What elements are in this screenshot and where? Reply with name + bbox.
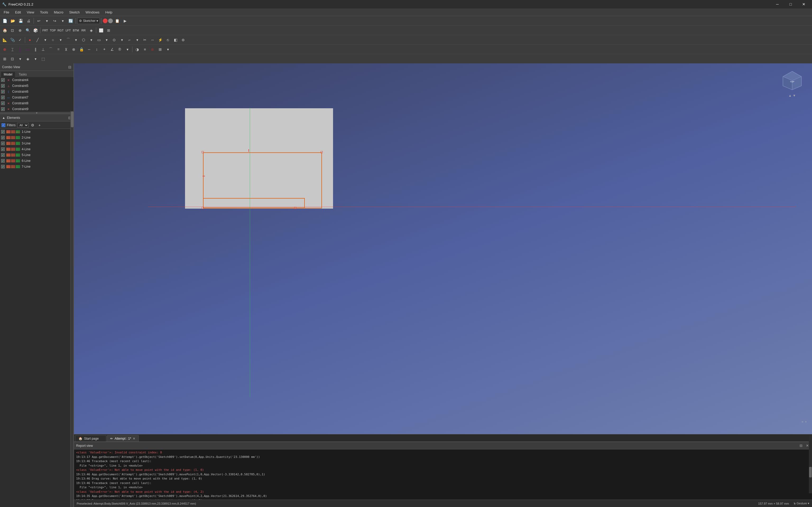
view-fit-sel[interactable]: ⊕ (16, 27, 24, 34)
draw-line[interactable]: ╱ (34, 36, 41, 44)
toggle-active[interactable]: ≡ (141, 46, 149, 53)
con-horizontal[interactable]: — (24, 46, 32, 53)
draw-circle-dd[interactable]: ▾ (57, 36, 64, 44)
sketch-new[interactable]: 📐 (1, 36, 8, 44)
el6-check[interactable]: ✓ (1, 159, 5, 163)
draw-proj[interactable]: ◧ (172, 36, 179, 44)
menu-sketch[interactable]: Sketch (67, 9, 83, 15)
render-mode[interactable]: ◈ (24, 55, 32, 63)
draw-point[interactable]: ● (26, 36, 34, 44)
draw-fillet-dd[interactable]: ▾ (134, 36, 141, 44)
stop-button[interactable] (108, 18, 113, 23)
render-dd[interactable]: ▾ (32, 55, 39, 63)
open-button[interactable]: 📂 (9, 17, 16, 24)
constraint6-check[interactable]: ✓ (1, 90, 5, 94)
view-right[interactable]: RGT (57, 27, 64, 34)
draw-ellipse-dd[interactable]: ▾ (118, 36, 125, 44)
view-left[interactable]: LFT (64, 27, 72, 34)
macro-button[interactable]: 📋 (113, 17, 121, 24)
nav-up[interactable]: ▲ (789, 94, 792, 98)
view-top[interactable]: TOP (49, 27, 57, 34)
minimize-button[interactable]: ─ (771, 0, 783, 8)
scrollbar-thumb[interactable] (71, 111, 73, 127)
menu-tools[interactable]: Tools (37, 9, 50, 15)
con-coincident[interactable]: ⊕ (1, 46, 8, 53)
redo-button[interactable]: ↪ (51, 17, 58, 24)
grid-toggle[interactable]: ⊞ (1, 55, 8, 63)
constraint8-check[interactable]: ✓ (1, 101, 5, 105)
draw-arc-dd[interactable]: ▾ (72, 36, 80, 44)
constraint7-check[interactable]: ✓ (1, 96, 5, 99)
view-isometric[interactable]: ◈ (88, 27, 95, 34)
report-scrollbar[interactable] (809, 442, 812, 493)
new-file-button[interactable]: 📄 (1, 17, 8, 24)
draw-rect-dd[interactable]: ▾ (103, 36, 110, 44)
toggle-mirror[interactable]: ⊞ (156, 46, 164, 53)
draw-poly-dd[interactable]: ▾ (88, 36, 95, 44)
view-extra[interactable]: ⊞ (105, 27, 112, 34)
view-home[interactable]: 🏠 (1, 27, 8, 34)
menu-file[interactable]: File (1, 9, 12, 15)
view-zoom[interactable]: 🔍 (24, 27, 32, 34)
draw-carb[interactable]: ⊚ (180, 36, 187, 44)
report-expand[interactable]: ⊟ (798, 443, 804, 448)
menu-view[interactable]: View (24, 9, 37, 15)
view-rear[interactable]: RR (80, 27, 87, 34)
print-button[interactable]: 🖨 (25, 17, 32, 24)
tab-attempt-close[interactable]: ✕ (133, 437, 135, 441)
con-radius-dd[interactable]: ▾ (124, 46, 131, 53)
report-content[interactable]: <class 'ValueError'>: Invalid constraint… (74, 449, 812, 500)
draw-trim[interactable]: ✂ (141, 36, 149, 44)
draw-ext-edge[interactable]: ⎋ (164, 36, 171, 44)
el1-check[interactable]: ✓ (1, 130, 5, 133)
con-perpendicular[interactable]: ⊥ (39, 46, 47, 53)
toggle-sym-dd[interactable]: ▾ (164, 46, 171, 53)
con-point-on[interactable]: ⌶ (9, 46, 16, 53)
constraint4-check[interactable]: ✓ (1, 78, 5, 82)
view-bottom[interactable]: BTM (72, 27, 80, 34)
gesture-mode[interactable]: 🖱 Gesture ▾ (793, 502, 809, 505)
constraint5-check[interactable]: ✓ (1, 84, 5, 88)
menu-macro[interactable]: Macro (51, 9, 66, 15)
con-parallel[interactable]: ∥ (32, 46, 39, 53)
view-front[interactable]: FRT (42, 27, 49, 34)
nav-down[interactable]: ▼ (793, 94, 796, 98)
elements-all-check[interactable]: ✓ (2, 123, 5, 127)
section-view[interactable]: ⬚ (39, 55, 47, 63)
draw-ellipse[interactable]: ⊙ (110, 36, 118, 44)
draw-extend[interactable]: ↔ (149, 36, 156, 44)
tab-tasks[interactable]: Tasks (16, 72, 30, 77)
draw-fillet[interactable]: ⌐ (126, 36, 133, 44)
con-tangent[interactable]: ⌒ (47, 46, 54, 53)
el3-check[interactable]: ✓ (1, 142, 5, 145)
save-button[interactable]: 💾 (17, 17, 24, 24)
tab-model[interactable]: Model (1, 72, 15, 77)
tab-attempt[interactable]: ✏ Attempt : 1* ✕ (107, 435, 139, 442)
draw-line-dd[interactable]: ▾ (42, 36, 49, 44)
undo-button[interactable]: ↩ (35, 17, 43, 24)
draw-split[interactable]: ⚡ (156, 36, 164, 44)
con-symm[interactable]: ⊻ (62, 46, 70, 53)
con-vert-dist[interactable]: ↕ (93, 46, 100, 53)
play-button[interactable]: ▶ (121, 17, 129, 24)
view-persp[interactable]: 🎲 (32, 27, 39, 34)
el7-check[interactable]: ✓ (1, 165, 5, 168)
con-vertical[interactable]: | (16, 46, 24, 53)
grid-dd[interactable]: ▾ (16, 55, 24, 63)
close-button[interactable]: ✕ (798, 0, 810, 8)
toggle-redundant[interactable]: ⊗ (149, 46, 156, 53)
workbench-dropdown[interactable]: ⚙ Sketcher ▾ (77, 18, 100, 24)
constraint9-check[interactable]: ✓ (1, 107, 5, 111)
con-radius[interactable]: ® (116, 46, 123, 53)
combo-view-collapse[interactable]: ⊟ (68, 65, 71, 69)
view-fit-all[interactable]: ⊡ (9, 27, 16, 34)
record-button[interactable] (103, 18, 108, 23)
menu-windows[interactable]: Windows (83, 9, 102, 15)
view-bbox[interactable]: ⬜ (97, 27, 105, 34)
sketch-attach[interactable]: 📎 (9, 36, 16, 44)
filters-options[interactable]: ⚙ (30, 122, 36, 128)
el2-check[interactable]: ✓ (1, 136, 5, 139)
nav-cube[interactable]: TOP ▲ ▼ (780, 69, 804, 93)
draw-rect[interactable]: ▭ (95, 36, 103, 44)
maximize-button[interactable]: □ (784, 0, 797, 8)
